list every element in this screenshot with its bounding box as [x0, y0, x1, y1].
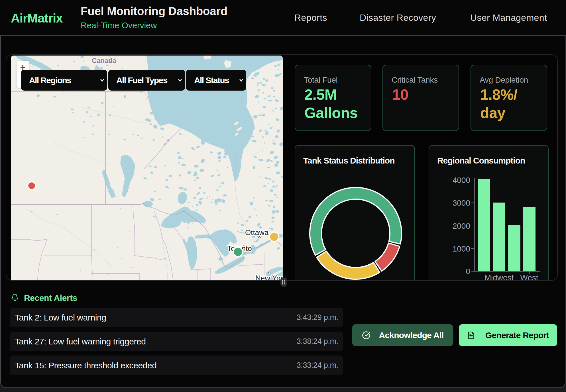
- svg-text:0: 0: [466, 267, 470, 276]
- svg-text:Canada: Canada: [92, 57, 116, 64]
- svg-text:4000: 4000: [453, 176, 470, 185]
- svg-text:New York: New York: [255, 274, 283, 281]
- svg-text:1000: 1000: [453, 244, 470, 253]
- svg-text:2000: 2000: [453, 222, 470, 230]
- svg-text:3000: 3000: [453, 199, 470, 207]
- svg-text:West: West: [520, 273, 538, 281]
- svg-text:Midwest: Midwest: [484, 273, 514, 281]
- svg-text:Ottawa: Ottawa: [245, 228, 269, 237]
